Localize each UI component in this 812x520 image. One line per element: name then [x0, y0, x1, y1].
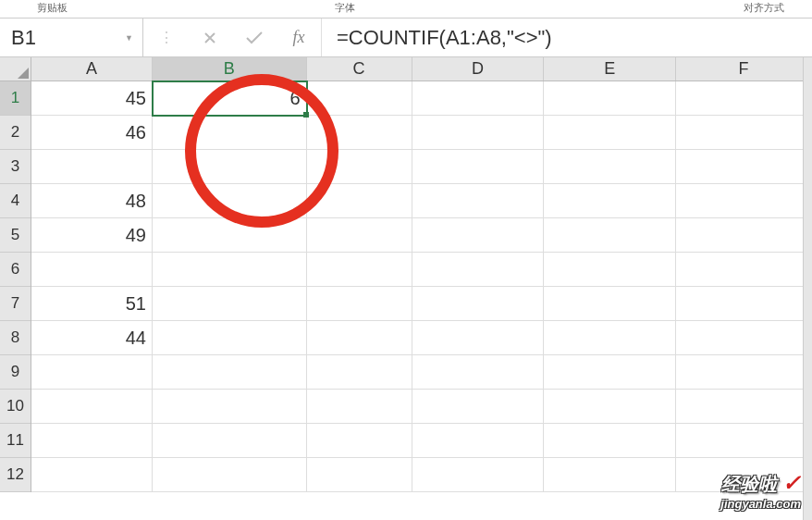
fx-icon[interactable]: fx	[277, 28, 321, 47]
chevron-down-icon[interactable]: ▼	[125, 33, 133, 43]
cell-e1[interactable]	[544, 81, 676, 116]
cell-e6[interactable]	[544, 253, 676, 287]
cell-f11[interactable]	[676, 424, 812, 458]
cell-e9[interactable]	[544, 355, 676, 390]
row-header-11[interactable]: 11	[0, 424, 31, 458]
cell-a3[interactable]	[31, 150, 153, 184]
row-header-10[interactable]: 10	[0, 390, 31, 424]
row-header-5[interactable]: 5	[0, 218, 31, 253]
cell-c12[interactable]	[307, 458, 412, 492]
cell-b5[interactable]	[153, 218, 307, 253]
cell-d11[interactable]	[412, 424, 545, 458]
cell-e10[interactable]	[544, 390, 676, 424]
accept-icon[interactable]	[232, 31, 277, 45]
cell-f4[interactable]	[676, 184, 812, 218]
cell-e7[interactable]	[544, 287, 676, 321]
cell-c8[interactable]	[307, 321, 412, 355]
cell-f9[interactable]	[676, 355, 812, 390]
column-header-d[interactable]: D	[412, 57, 545, 80]
cell-d6[interactable]	[412, 253, 545, 287]
cell-a7[interactable]: 51	[31, 287, 153, 321]
cell-d4[interactable]	[412, 184, 545, 218]
cell-c10[interactable]	[307, 390, 412, 424]
cell-f1[interactable]	[676, 81, 812, 116]
select-all-corner[interactable]	[0, 57, 31, 81]
cell-e11[interactable]	[544, 424, 676, 458]
cell-b9[interactable]	[153, 355, 307, 390]
formula-input[interactable]: =COUNTIF(A1:A8,"<>")	[322, 19, 812, 56]
ribbon-label-font: 字体	[335, 1, 355, 15]
cell-c1[interactable]	[307, 81, 412, 116]
column-header-c[interactable]: C	[307, 57, 412, 80]
column-header-f[interactable]: F	[676, 57, 812, 80]
cell-d7[interactable]	[412, 287, 545, 321]
cell-f7[interactable]	[676, 287, 812, 321]
row-header-2[interactable]: 2	[0, 116, 31, 150]
cell-d5[interactable]	[412, 218, 545, 253]
cell-f6[interactable]	[676, 253, 812, 287]
cell-c6[interactable]	[307, 253, 412, 287]
column-header-a[interactable]: A	[31, 57, 153, 80]
cell-b12[interactable]	[153, 458, 307, 492]
row-header-6[interactable]: 6	[0, 253, 31, 287]
cell-b7[interactable]	[153, 287, 307, 321]
cell-c3[interactable]	[307, 150, 412, 184]
cell-e5[interactable]	[544, 218, 676, 253]
cell-c4[interactable]	[307, 184, 412, 218]
cell-b2[interactable]	[153, 116, 307, 150]
cell-a11[interactable]	[31, 424, 153, 458]
column-header-e[interactable]: E	[544, 57, 676, 80]
cell-f2[interactable]	[676, 116, 812, 150]
cell-c2[interactable]	[307, 116, 412, 150]
cell-e3[interactable]	[544, 150, 676, 184]
cell-d10[interactable]	[412, 390, 545, 424]
row-header-8[interactable]: 8	[0, 321, 31, 355]
cell-b6[interactable]	[153, 253, 307, 287]
cell-f10[interactable]	[676, 390, 812, 424]
cancel-icon[interactable]	[188, 31, 232, 45]
cell-d3[interactable]	[412, 150, 545, 184]
cell-e12[interactable]	[544, 458, 676, 492]
cell-e2[interactable]	[544, 116, 676, 150]
cell-a4[interactable]: 48	[31, 184, 153, 218]
cell-f5[interactable]	[676, 218, 812, 253]
more-icon[interactable]: ⋮	[143, 29, 188, 46]
cell-f3[interactable]	[676, 150, 812, 184]
cell-d9[interactable]	[412, 355, 545, 390]
row-header-9[interactable]: 9	[0, 355, 31, 390]
cell-c7[interactable]	[307, 287, 412, 321]
cell-a6[interactable]	[31, 253, 153, 287]
row-header-12[interactable]: 12	[0, 458, 31, 492]
cell-b4[interactable]	[153, 184, 307, 218]
cell-f8[interactable]	[676, 321, 812, 355]
cell-a2[interactable]: 46	[31, 116, 153, 150]
cell-b10[interactable]	[153, 390, 307, 424]
row-header-4[interactable]: 4	[0, 184, 31, 218]
cell-a10[interactable]	[31, 390, 153, 424]
cell-d2[interactable]	[412, 116, 545, 150]
cell-e8[interactable]	[544, 321, 676, 355]
cell-a9[interactable]	[31, 355, 153, 390]
cell-b3[interactable]	[153, 150, 307, 184]
row-header-7[interactable]: 7	[0, 287, 31, 321]
row-header-1[interactable]: 1	[0, 81, 31, 116]
cell-b1[interactable]: 6	[153, 81, 307, 116]
cell-b8[interactable]	[153, 321, 307, 355]
cell-d8[interactable]	[412, 321, 545, 355]
cell-a8[interactable]: 44	[31, 321, 153, 355]
column-header-b[interactable]: B	[153, 57, 307, 80]
table-row	[31, 355, 812, 390]
cell-d12[interactable]	[412, 458, 545, 492]
cell-c9[interactable]	[307, 355, 412, 390]
cell-a12[interactable]	[31, 458, 153, 492]
cell-a5[interactable]: 49	[31, 218, 153, 253]
fill-handle[interactable]	[303, 112, 309, 118]
name-box[interactable]: B1 ▼	[0, 19, 143, 56]
cell-d1[interactable]	[412, 81, 545, 116]
row-header-3[interactable]: 3	[0, 150, 31, 184]
cell-c5[interactable]	[307, 218, 412, 253]
cell-c11[interactable]	[307, 424, 412, 458]
cell-e4[interactable]	[544, 184, 676, 218]
cell-b11[interactable]	[153, 424, 307, 458]
cell-a1[interactable]: 45	[31, 81, 153, 116]
